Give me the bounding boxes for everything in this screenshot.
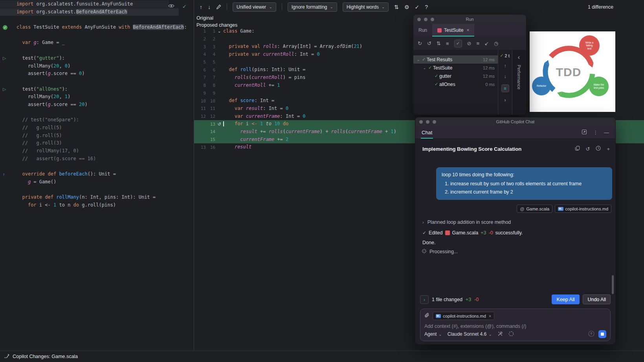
show-ignored-filter-icon[interactable]: ⊘: [467, 40, 472, 46]
close-tab-icon[interactable]: ×: [466, 27, 469, 33]
code-line[interactable]: // g.roll(5): [0, 124, 194, 132]
next-difference-icon[interactable]: ↓: [208, 4, 211, 10]
eye-icon[interactable]: [168, 3, 174, 10]
keep-all-button[interactable]: Keep All: [552, 294, 580, 304]
edited-file-name[interactable]: Game.scala: [452, 230, 479, 236]
code-line[interactable]: ✓class TestSuite extends AnyFunSuite wit…: [0, 24, 194, 31]
tab-testsuite[interactable]: TestSuite ×: [432, 24, 474, 37]
settings-gear-icon[interactable]: ⚙: [404, 4, 409, 10]
code-line[interactable]: g = Game(): [0, 178, 194, 186]
context-chip[interactable]: M↓copilot-instructions.md: [555, 205, 611, 213]
window-control-dots[interactable]: [417, 18, 434, 21]
code-line[interactable]: [0, 16, 194, 24]
code-line[interactable]: // rollMany(17, 0): [0, 147, 194, 155]
show-passed-filter-icon[interactable]: ✓: [454, 40, 462, 48]
chat-input[interactable]: Add context (#), extensions (@), command…: [424, 324, 606, 329]
collapse-strip-icon[interactable]: ‹: [518, 54, 520, 61]
undo-all-button[interactable]: Undo All: [583, 294, 611, 304]
test-history-icon[interactable]: ◷: [494, 40, 498, 46]
attached-file-chip[interactable]: M↓ copilot-instructions.md ×: [433, 312, 494, 320]
code-line[interactable]: rollMany(20, 0): [0, 62, 194, 70]
code-line[interactable]: ▷ test("gutter"):: [0, 55, 194, 62]
tab-run[interactable]: Run: [413, 24, 432, 37]
context-chip[interactable]: @Game.scala: [517, 205, 552, 213]
test-tree-item[interactable]: ✓allOnes0 ms: [413, 80, 498, 88]
paperclip-icon[interactable]: [424, 313, 429, 320]
viewer-mode-select[interactable]: Unified viewer ⌄: [233, 2, 276, 12]
tab-performance[interactable]: Performance: [517, 65, 521, 90]
agent-mode-select[interactable]: Agent ⌄: [424, 331, 442, 337]
copy-thread-icon[interactable]: [575, 146, 580, 152]
send-icon[interactable]: [588, 331, 594, 338]
edit-pencil-icon[interactable]: [216, 4, 221, 9]
remove-attachment-icon[interactable]: ×: [489, 314, 491, 318]
code-line[interactable]: [0, 163, 194, 170]
zoom-window-dot[interactable]: [433, 120, 436, 124]
highlight-mode-select[interactable]: Highlight words ⌄: [343, 2, 389, 12]
override-gutter-icon[interactable]: ↑: [3, 172, 5, 177]
code-line[interactable]: [0, 109, 194, 117]
expand-changes-icon[interactable]: ›: [420, 295, 429, 304]
test-results-tree[interactable]: ⌄✓Test Results12 ms⌄✓TestSuite12 ms✓gutt…: [413, 50, 498, 115]
code-line[interactable]: var g: Game = _: [0, 39, 194, 47]
code-line[interactable]: rollMany(20, 1): [0, 93, 194, 101]
rerun-failed-icon[interactable]: ↺: [427, 40, 431, 46]
model-select[interactable]: Claude Sonnet 4.6 ⌄: [448, 331, 492, 337]
collapse-unchanged-icon[interactable]: ⇅: [394, 4, 399, 10]
code-line[interactable]: // g.roll(3): [0, 139, 194, 147]
test-options-icon[interactable]: ≡: [501, 84, 509, 92]
chat-input-box[interactable]: M↓ copilot-instructions.md × Add context…: [420, 309, 611, 341]
code-line[interactable]: assert(g.score == 0): [0, 70, 194, 78]
run-all-gutter-icon[interactable]: ✓: [3, 25, 7, 30]
new-chat-icon[interactable]: +: [607, 146, 610, 152]
run-test-gutter-icon[interactable]: ▷: [3, 87, 6, 92]
chevron-down-icon[interactable]: ⌄: [416, 58, 421, 62]
code-line[interactable]: [0, 186, 194, 194]
formatting-mode-select[interactable]: Ignore formatting ⌄: [288, 2, 337, 12]
code-line[interactable]: [0, 78, 194, 86]
next-test-icon[interactable]: ↓: [504, 74, 506, 79]
code-line[interactable]: [0, 47, 194, 55]
code-line[interactable]: import org.scalatest.funsuite.AnyFunSuit…: [0, 0, 194, 8]
code-line[interactable]: // test("oneSpare"):: [0, 116, 194, 124]
expand-panel-icon[interactable]: ›: [505, 97, 506, 103]
run-window-titlebar[interactable]: Run: [413, 15, 526, 24]
minimize-window-dot[interactable]: [424, 18, 427, 21]
previous-difference-icon[interactable]: ↑: [200, 4, 202, 10]
stop-icon[interactable]: ■: [446, 40, 449, 46]
code-line[interactable]: ▷ test("allOnes"):: [0, 86, 194, 93]
test-tree-item[interactable]: ⌄✓TestSuite12 ms: [413, 64, 498, 72]
undo-icon[interactable]: ↺: [586, 146, 590, 152]
close-window-dot[interactable]: [417, 18, 421, 21]
test-tree-item[interactable]: ✓gutter12 ms: [413, 72, 498, 80]
stop-generating-button[interactable]: [598, 330, 606, 338]
rerun-tests-icon[interactable]: ↻: [418, 40, 422, 46]
window-control-dots[interactable]: [419, 120, 436, 124]
run-test-gutter-icon[interactable]: ▷: [3, 56, 6, 61]
close-window-dot[interactable]: [419, 120, 423, 124]
code-line[interactable]: ↑ override def beforeEach(): Unit =: [0, 170, 194, 178]
code-line[interactable]: // assert(g.score == 16): [0, 155, 194, 163]
chevron-down-icon[interactable]: ⌄: [422, 66, 427, 70]
tools-icon[interactable]: [497, 331, 503, 338]
apply-changes-icon[interactable]: ✓: [415, 4, 420, 10]
no-problems-check-icon[interactable]: ✓: [182, 4, 187, 9]
zoom-window-dot[interactable]: [431, 18, 434, 21]
code-line[interactable]: assert(g.score == 20): [0, 101, 194, 109]
previous-test-icon[interactable]: ↑: [504, 63, 506, 69]
code-line[interactable]: // g.roll(5): [0, 132, 194, 140]
minimize-window-dot[interactable]: [426, 120, 429, 124]
sort-tests-icon[interactable]: ≡: [476, 40, 479, 46]
code-line[interactable]: for i <- 1 to n do g.roll(pins): [0, 201, 194, 209]
code-line[interactable]: import org.scalatest.BeforeAndAfterEach: [0, 8, 194, 16]
rollback-icon[interactable]: ↺: [215, 122, 223, 127]
history-clock-icon[interactable]: [596, 146, 601, 152]
chat-scrollbar[interactable]: [612, 275, 614, 294]
chat-window-titlebar[interactable]: GitHub Copilot Chat: [415, 117, 615, 126]
minimize-icon[interactable]: —: [604, 130, 609, 135]
test-suite-editor[interactable]: import org.scalatest.funsuite.AnyFunSuit…: [0, 0, 194, 351]
fold-icon[interactable]: ⌄: [215, 29, 223, 34]
kebab-menu-icon[interactable]: ⋮: [593, 130, 598, 135]
collapsed-step[interactable]: › Planned loop addition in score method: [422, 219, 511, 225]
open-in-editor-icon[interactable]: [582, 129, 587, 136]
